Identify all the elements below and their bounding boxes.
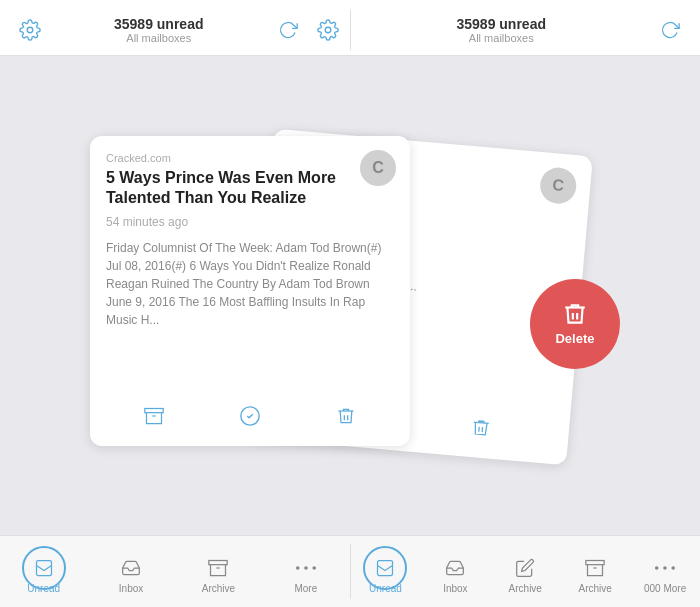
check-button[interactable] [234,400,266,432]
more-icon-left [295,556,317,580]
header-left-title: 35989 unread All mailboxes [56,16,262,44]
tab-archive-left-label: Archive [202,583,235,594]
archive-icon-right [584,556,606,580]
svg-rect-7 [209,560,227,564]
tab-more-left-label: More [294,583,317,594]
svg-point-11 [312,566,316,570]
archive-icon-left [207,556,229,580]
header: 35989 unread All mailboxes 35989 unread … [0,0,700,56]
card-front-time: 54 minutes ago [106,215,394,229]
card-front-title: 5 Ways Prince Was Even More Talented Tha… [106,168,394,210]
refresh-icon-right[interactable] [656,16,684,44]
svg-point-16 [663,566,667,570]
tab-archive-left[interactable]: Archive [175,536,262,607]
card-front-body: Friday Columnist Of The Week: Adam Tod B… [106,239,394,329]
tab-more-left[interactable]: More [262,536,349,607]
tab-pencil-right-label: Archive [509,583,542,594]
tab-bar-left: Unread Inbox Archive [0,536,350,607]
inbox-icon-left [120,556,142,580]
main-content: C n More lize The Week: Adam Tod 6(#) 6 … [0,56,700,535]
header-left: 35989 unread All mailboxes [16,16,342,44]
tab-unread-right-label: Unread [369,583,402,594]
tab-archive-right[interactable]: Archive [560,536,630,607]
more-icon-right [654,556,676,580]
settings-icon-left[interactable] [16,16,44,44]
svg-point-9 [296,566,300,570]
tab-pencil-right[interactable]: Archive [490,536,560,607]
card-front-actions [90,400,410,432]
card-front[interactable]: C Cracked.com 5 Ways Prince Was Even Mor… [90,136,410,446]
tab-archive-right-label: Archive [578,583,611,594]
tab-inbox-right-label: Inbox [443,583,467,594]
cards-container: C n More lize The Week: Adam Tod 6(#) 6 … [60,126,640,486]
svg-point-17 [671,566,675,570]
unread-icon-right [363,556,407,580]
header-right-title: 35989 unread All mailboxes [359,16,645,44]
all-mailboxes-right: All mailboxes [469,32,534,44]
delete-button[interactable]: Delete [530,279,620,369]
tab-inbox-right[interactable]: Inbox [420,536,490,607]
trash-button[interactable] [330,400,362,432]
tab-inbox-left-label: Inbox [119,583,143,594]
archive-button[interactable] [138,400,170,432]
svg-point-10 [304,566,308,570]
svg-rect-6 [36,560,51,575]
all-mailboxes-left: All mailboxes [126,32,191,44]
tab-bar-right: Unread Inbox Archive [351,536,701,607]
tab-more-right[interactable]: 000 More [630,536,700,607]
unread-count-left: 35989 unread [114,16,204,32]
svg-point-1 [325,27,331,33]
delete-btn-label: Delete [555,331,594,346]
inbox-icon-right [444,556,466,580]
card-back-trash-button[interactable] [463,410,498,445]
tab-unread-left-label: Unread [27,583,60,594]
refresh-icon-left[interactable] [274,16,302,44]
tab-bar: Unread Inbox Archive [0,535,700,607]
pencil-icon-right [514,556,536,580]
svg-point-0 [27,27,33,33]
unread-icon-left [22,556,66,580]
svg-rect-12 [378,560,393,575]
tab-unread-right[interactable]: Unread [351,536,421,607]
header-right: 35989 unread All mailboxes [359,16,685,44]
card-front-source: Cracked.com [106,152,394,164]
header-divider [350,10,351,50]
svg-point-15 [655,566,659,570]
tab-inbox-left[interactable]: Inbox [87,536,174,607]
gear-icon-left[interactable] [314,16,342,44]
tab-more-right-label: 000 More [644,583,686,594]
tab-unread-left[interactable]: Unread [0,536,87,607]
unread-count-right: 35989 unread [457,16,547,32]
card-front-avatar: C [360,150,396,186]
svg-rect-3 [145,408,163,412]
svg-rect-13 [586,560,604,564]
